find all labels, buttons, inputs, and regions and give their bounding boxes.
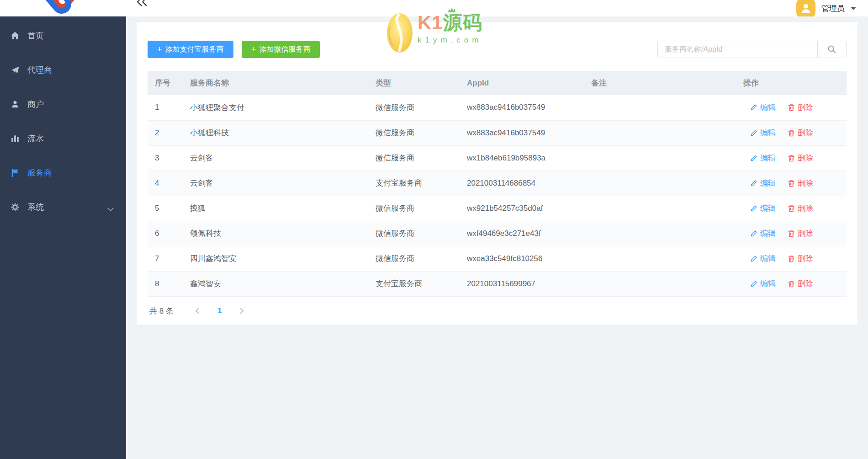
cell-remark: [591, 171, 743, 196]
sidebar-item-label: 系统: [27, 202, 44, 213]
sidebar-item-merchants[interactable]: 商户: [0, 87, 126, 121]
cell-remark: [591, 145, 743, 171]
logo-icon: [40, 0, 84, 16]
table-row: 1 小狐狸聚合支付 微信服务商 wx883ac9416b037549 编辑 删除: [148, 95, 847, 120]
cell-type: 微信服务商: [376, 95, 467, 120]
cell-remark: [591, 221, 743, 246]
chevron-left-icon: [195, 307, 200, 315]
plus-icon: +: [157, 45, 162, 54]
cell-index: 6: [148, 221, 190, 246]
edit-button[interactable]: 编辑: [750, 102, 776, 113]
prev-page-button[interactable]: [190, 307, 205, 315]
table-header-row: 序号 服务商名称 类型 AppId 备注 操作: [148, 71, 847, 95]
search-button[interactable]: [817, 41, 847, 58]
cell-type: 微信服务商: [376, 145, 467, 171]
edit-button[interactable]: 编辑: [750, 253, 776, 264]
trash-icon: [788, 129, 795, 137]
delete-button[interactable]: 删除: [788, 253, 813, 264]
pencil-icon: [750, 180, 757, 187]
cell-name: 颂佩科技: [190, 221, 376, 246]
cell-appid: wx921b54257c35d0af: [467, 196, 591, 221]
delete-button[interactable]: 删除: [788, 178, 813, 188]
cell-type: 微信服务商: [376, 120, 467, 145]
cell-index: 3: [148, 145, 190, 171]
sidebar-item-home[interactable]: 首页: [0, 18, 126, 53]
sidebar-collapse-icon[interactable]: [136, 0, 148, 9]
app-logo[interactable]: [40, 0, 84, 16]
trash-icon: [788, 205, 795, 212]
cell-name: 拽狐: [190, 196, 376, 221]
cell-name: 小狐狸聚合支付: [190, 95, 376, 120]
page-number-current[interactable]: 1: [217, 306, 222, 315]
sidebar-item-label: 服务商: [27, 167, 52, 178]
search-icon: [827, 45, 836, 54]
sidebar-item-label: 流水: [27, 133, 44, 144]
table-row: 8 鑫鸿智安 支付宝服务商 2021003115699967 编辑 删除: [148, 271, 847, 296]
cell-name: 鑫鸿智安: [190, 271, 376, 296]
pagination: 共 8 条 1: [149, 303, 249, 319]
edit-button[interactable]: 编辑: [750, 203, 776, 213]
cell-remark: [591, 196, 743, 221]
pencil-icon: [750, 230, 757, 237]
table-row: 2 小狐狸科技 微信服务商 wx883ac9416b037549 编辑 删除: [148, 120, 847, 145]
cell-index: 8: [148, 271, 190, 296]
edit-button[interactable]: 编辑: [750, 228, 776, 239]
add-alipay-provider-button[interactable]: + 添加支付宝服务商: [148, 41, 233, 58]
user-icon: [11, 100, 20, 109]
cell-remark: [591, 120, 743, 145]
delete-button[interactable]: 删除: [788, 228, 813, 239]
cell-index: 2: [148, 120, 190, 145]
col-remark: 备注: [591, 71, 743, 95]
sidebar-item-system[interactable]: 系统: [0, 190, 126, 224]
chevron-right-icon: [239, 307, 244, 315]
service-provider-panel: + 添加支付宝服务商 + 添加微信服务商 序号 服务商名称 类型 AppId 备…: [136, 21, 858, 326]
table-row: 6 颂佩科技 微信服务商 wxf49469e3c271e43f 编辑 删除: [148, 221, 847, 246]
pencil-icon: [750, 280, 757, 288]
delete-button[interactable]: 删除: [788, 278, 813, 289]
edit-button[interactable]: 编辑: [750, 128, 776, 138]
avatar: [796, 0, 815, 16]
trash-icon: [788, 104, 795, 111]
cell-name: 四川鑫鸿智安: [190, 246, 376, 271]
delete-button[interactable]: 删除: [788, 128, 813, 138]
sidebar-item-agents[interactable]: 代理商: [0, 53, 126, 87]
pagination-total: 共 8 条: [149, 306, 174, 316]
cell-type: 微信服务商: [376, 221, 467, 246]
pencil-icon: [750, 104, 757, 111]
pencil-icon: [750, 129, 757, 137]
delete-button[interactable]: 删除: [788, 203, 813, 213]
chevron-down-icon: [107, 204, 114, 214]
flag-icon: [11, 168, 20, 177]
add-wechat-provider-button[interactable]: + 添加微信服务商: [242, 41, 320, 58]
add-wechat-label: 添加微信服务商: [259, 45, 310, 54]
chart-icon: [11, 134, 20, 143]
pencil-icon: [750, 255, 757, 262]
cell-appid: wxf49469e3c271e43f: [467, 221, 591, 246]
table-row: 3 云剑客 微信服务商 wx1b84eb619b95893a 编辑 删除: [148, 145, 847, 171]
user-icon: [800, 2, 812, 14]
cell-type: 微信服务商: [376, 196, 467, 221]
sidebar-item-transactions[interactable]: 流水: [0, 121, 126, 155]
user-menu[interactable]: 管理员: [796, 0, 856, 16]
edit-button[interactable]: 编辑: [750, 153, 776, 163]
search-input[interactable]: [657, 41, 817, 58]
cell-index: 5: [148, 196, 190, 221]
delete-button[interactable]: 删除: [788, 153, 813, 163]
sidebar-item-service-providers[interactable]: 服务商: [0, 155, 126, 190]
trash-icon: [788, 255, 795, 262]
cell-appid: wx883ac9416b037549: [467, 95, 591, 120]
delete-button[interactable]: 删除: [788, 102, 813, 113]
trash-icon: [788, 180, 795, 187]
top-header: 管理员: [0, 0, 868, 16]
sidebar-item-label: 商户: [27, 99, 44, 110]
edit-button[interactable]: 编辑: [750, 178, 776, 188]
service-provider-table: 序号 服务商名称 类型 AppId 备注 操作 1 小狐狸聚合支付 微信服务商 …: [148, 71, 847, 297]
cell-appid: 2021003115699967: [467, 271, 591, 296]
col-type: 类型: [376, 71, 467, 95]
cell-type: 微信服务商: [376, 246, 467, 271]
cell-name: 云剑客: [190, 145, 376, 171]
search-group: [657, 41, 847, 58]
next-page-button[interactable]: [234, 307, 249, 315]
cell-appid: wx883ac9416b037549: [467, 120, 591, 145]
edit-button[interactable]: 编辑: [750, 278, 776, 289]
